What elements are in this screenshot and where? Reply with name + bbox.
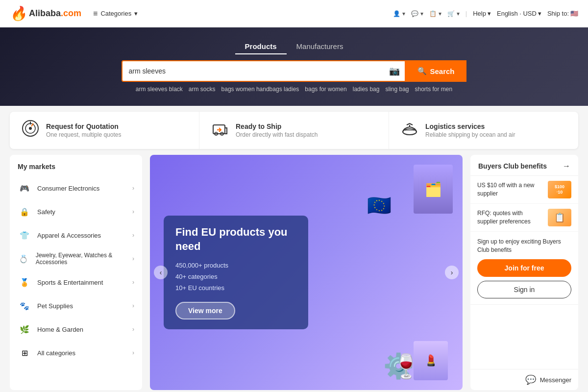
search-suggestions: arm sleeves black arm socks bags women h… — [10, 86, 578, 93]
market-item-sports[interactable]: 🏅 Sports & Entertainment › — [10, 270, 142, 294]
rfq-subtitle: One request, multiple quotes — [46, 131, 121, 138]
benefit-text-1: RFQ: quotes with supplier preferences — [477, 209, 543, 226]
svg-point-4 — [29, 127, 32, 130]
market-item-jewelry[interactable]: 💍 Jewelry, Eyewear, Watches & Accessorie… — [10, 247, 142, 270]
rts-subtitle: Order directly with fast dispatch — [236, 131, 318, 138]
logistics-text: Logistics services Reliable shipping by … — [425, 122, 515, 138]
messenger-bar: 💬 Messenger — [470, 369, 578, 390]
service-rts[interactable]: Ready to Ship Order directly with fast d… — [199, 112, 389, 149]
rfq-text: Request for Quotation One request, multi… — [46, 122, 121, 138]
safety-label: Safety — [37, 208, 55, 216]
rfq-title: Request for Quotation — [46, 122, 121, 130]
suggestion-5[interactable]: sling bag — [385, 86, 409, 93]
logistics-subtitle: Reliable shipping by ocean and air — [425, 131, 515, 138]
header-left: 🔥 Alibaba.com ≡ Categories ▾ — [10, 5, 142, 22]
rts-text: Ready to Ship Order directly with fast d… — [236, 122, 318, 138]
logo-text: Alibaba.com — [29, 8, 81, 19]
help-button[interactable]: Help ▾ — [473, 10, 491, 17]
suggestion-3[interactable]: bags for women — [305, 86, 346, 93]
banner-stat-1: 40+ categories — [175, 271, 296, 282]
search-button[interactable]: 🔍 Search — [406, 60, 466, 82]
ship-to-button[interactable]: Ship to: 🇺🇸 — [547, 10, 578, 17]
suggestion-1[interactable]: arm socks — [189, 86, 216, 93]
rts-title: Ready to Ship — [236, 122, 318, 130]
eu-flag-icon: 🇪🇺 — [367, 194, 392, 217]
club-signup: Sign up to enjoy exciting Buyers Club be… — [470, 232, 578, 305]
tab-products[interactable]: Products — [235, 39, 287, 54]
account-button[interactable]: 👤 ▾ — [393, 10, 405, 17]
banner-prev-button[interactable]: ‹ — [154, 266, 168, 279]
logistics-title: Logistics services — [425, 122, 515, 130]
suggestion-4[interactable]: ladies bag — [353, 86, 380, 93]
messenger-label[interactable]: Messenger — [540, 376, 571, 384]
market-item-pet[interactable]: 🐾 Pet Supplies › — [10, 294, 142, 318]
all-categories-label: All categories — [37, 349, 75, 357]
language-button[interactable]: English · USD ▾ — [497, 10, 541, 17]
buyers-club-arrow-icon[interactable]: → — [563, 162, 570, 171]
svg-point-8 — [403, 129, 416, 135]
messenger-icon: 💬 — [525, 374, 536, 385]
banner-stats: 450,000+ products 40+ categories 10+ EU … — [175, 260, 296, 294]
market-item-home-garden[interactable]: 🌿 Home & Garden › — [10, 318, 142, 341]
market-item-all-categories[interactable]: ⊞ All categories › — [10, 341, 142, 365]
logo[interactable]: 🔥 Alibaba.com — [10, 5, 81, 22]
chevron-right-icon: › — [132, 255, 134, 262]
benefit-text-0: US $10 off with a new supplier — [477, 181, 543, 198]
home-garden-icon: 🌿 — [18, 322, 31, 336]
messages-button[interactable]: 💬 ▾ — [411, 10, 423, 17]
suggestion-2[interactable]: bags women handbags ladies — [221, 86, 299, 93]
cart-icon: 🛒 — [447, 10, 455, 17]
chevron-right-icon: › — [132, 185, 134, 192]
categories-label: Categories — [100, 10, 131, 17]
benefit-card-1[interactable]: RFQ: quotes with supplier preferences 📋 — [470, 204, 578, 232]
service-logistics[interactable]: Logistics services Reliable shipping by … — [389, 112, 578, 149]
cart-button[interactable]: 🛒 ▾ — [447, 10, 460, 17]
banner-stat-2: 10+ EU countries — [175, 282, 296, 294]
ship-label: Ship to: — [547, 10, 569, 17]
sign-in-button[interactable]: Sign in — [477, 281, 571, 298]
rts-icon — [211, 121, 229, 140]
search-input[interactable] — [122, 67, 384, 75]
chevron-right-icon: › — [132, 279, 134, 286]
categories-button[interactable]: ≡ Categories ▾ — [89, 7, 142, 20]
join-free-button[interactable]: Join for free — [477, 259, 571, 277]
jewelry-icon: 💍 — [18, 252, 30, 266]
chevron-right-icon: › — [132, 326, 134, 333]
tab-manufacturers[interactable]: Manufacturers — [287, 39, 353, 54]
service-rfq[interactable]: Request for Quotation One request, multi… — [10, 112, 199, 149]
buyers-club-title: Buyers Club benefits — [478, 162, 547, 170]
search-icon: 🔍 — [417, 67, 427, 75]
search-bar: 📷 — [122, 60, 406, 82]
market-item-apparel[interactable]: 👕 Apparel & Accessories › — [10, 223, 142, 247]
logistics-icon — [401, 121, 418, 140]
all-categories-icon: ⊞ — [18, 346, 31, 360]
chevron-right-icon: › — [132, 232, 134, 239]
benefit-card-0[interactable]: US $10 off with a new supplier $100·10 — [470, 176, 578, 204]
hero-section: Products Manufacturers 📷 🔍 Search arm sl… — [0, 27, 588, 106]
jewelry-label: Jewelry, Eyewear, Watches & Accessories — [36, 252, 132, 266]
center-banner: Find EU products you need 450,000+ produ… — [150, 155, 463, 390]
suggestion-0[interactable]: arm sleeves black — [136, 86, 183, 93]
market-item-safety[interactable]: 🔒 Safety › — [10, 200, 142, 223]
banner-stat-0: 450,000+ products — [175, 260, 296, 271]
pet-icon: 🐾 — [18, 299, 31, 313]
main-content: My markets 🎮 Consumer Electronics › 🔒 Sa… — [0, 155, 588, 390]
sports-label: Sports & Entertainment — [37, 279, 103, 286]
orders-button[interactable]: 📋 ▾ — [429, 10, 441, 17]
camera-icon[interactable]: 📷 — [384, 66, 405, 76]
search-tabs: Products Manufacturers — [10, 39, 578, 54]
market-item-consumer-electronics[interactable]: 🎮 Consumer Electronics › — [10, 176, 142, 200]
chevron-down-icon: ▾ — [488, 10, 491, 17]
messages-icon: 💬 — [411, 10, 418, 17]
banner-view-more-button[interactable]: View more — [175, 302, 235, 319]
account-icon: 👤 — [393, 10, 400, 17]
pet-label: Pet Supplies — [37, 302, 73, 310]
banner-next-button[interactable]: › — [445, 266, 459, 279]
chevron-down-icon: ▾ — [134, 10, 138, 17]
suggestion-6[interactable]: shorts for men — [415, 86, 452, 93]
apparel-label: Apparel & Accessories — [37, 232, 101, 239]
buyers-club-header: Buyers Club benefits → — [470, 155, 578, 176]
rfq-icon — [22, 120, 39, 141]
search-label: Search — [430, 67, 454, 75]
benefit-coupon-icon: $100·10 — [548, 181, 571, 198]
